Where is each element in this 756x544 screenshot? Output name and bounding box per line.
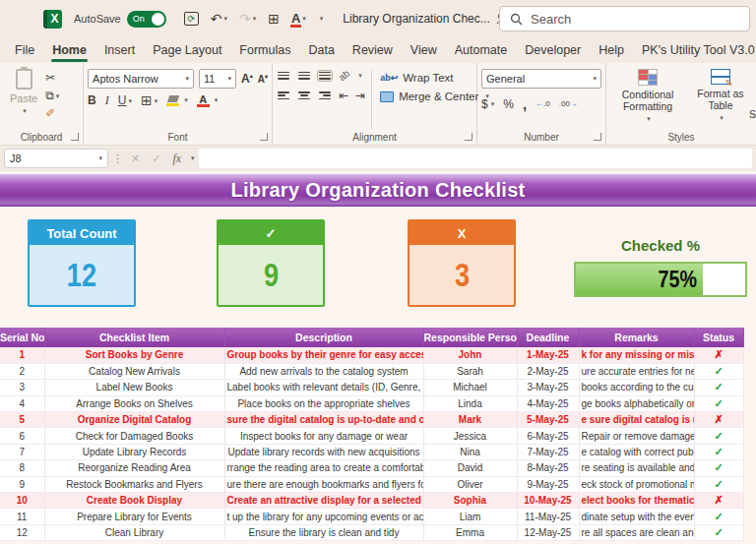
align-top-button[interactable] <box>277 71 290 81</box>
menu-tab-file[interactable]: File <box>6 39 43 62</box>
cell-description[interactable]: Create an attractive display for a selec… <box>224 493 423 509</box>
cell-person[interactable]: Nina <box>423 444 517 459</box>
menu-tab-pk-s-utility-tool-v3-0[interactable]: PK's Utility Tool V3.0 <box>633 39 756 62</box>
cut-button[interactable]: ✂ <box>45 72 59 84</box>
cell-person[interactable]: Liam <box>423 509 517 524</box>
cell-serial[interactable]: 5 <box>0 412 44 428</box>
decrease-indent-button[interactable]: ⇤ <box>339 90 348 101</box>
number-dialog-launcher[interactable] <box>594 133 601 141</box>
underline-button[interactable]: U▾ <box>118 94 132 106</box>
cell-person[interactable]: Linda <box>423 395 517 411</box>
cell-status[interactable]: ✗ <box>694 412 743 428</box>
format-as-table-button[interactable]: ✎ Format as Table ▾ <box>689 69 752 129</box>
cell-remarks[interactable]: elect books for thematic display <box>579 493 694 509</box>
percent-format-button[interactable]: % <box>503 97 514 111</box>
menu-tab-insert[interactable]: Insert <box>95 39 144 62</box>
cell-status[interactable]: ✗ <box>694 493 743 509</box>
cell-serial[interactable]: 6 <box>0 428 44 444</box>
menu-tab-review[interactable]: Review <box>344 39 402 62</box>
font-dialog-launcher[interactable] <box>260 133 268 141</box>
cell-deadline[interactable]: 8-May-25 <box>517 460 579 476</box>
cell-status[interactable]: ✓ <box>694 363 743 379</box>
cell-item[interactable]: Catalog New Arrivals <box>44 363 224 379</box>
cell-remarks[interactable]: ge books alphabetically or by cat <box>579 395 694 411</box>
cell-status[interactable]: ✗ <box>694 347 743 363</box>
cell-status[interactable]: ✓ <box>694 444 743 459</box>
align-bottom-button[interactable] <box>318 71 332 81</box>
cell-serial[interactable]: 12 <box>0 524 44 540</box>
cell-description[interactable]: Place books on the appropriate shelves <box>224 395 423 411</box>
cell-description[interactable]: Group books by their genre for easy acce… <box>224 347 423 363</box>
cell-item[interactable]: Create Book Display <box>44 493 224 509</box>
number-format-combo[interactable]: General▾ <box>481 69 601 89</box>
merge-center-button[interactable]: Merge & Center ▾ <box>380 91 489 102</box>
cell-person[interactable]: Emma <box>423 524 517 540</box>
cell-remarks[interactable]: books according to the current s <box>579 380 694 395</box>
cell-remarks[interactable]: k for any missing or misplaced b <box>579 347 694 363</box>
cell-remarks[interactable]: ure accurate entries for new arriv <box>579 363 694 379</box>
cell-deadline[interactable]: 9-May-25 <box>517 476 579 492</box>
cell-person[interactable]: Oliver <box>423 476 517 492</box>
shrink-font-button[interactable]: A▾ <box>258 73 268 85</box>
grow-font-button[interactable]: A▴ <box>241 72 253 86</box>
cell-remarks[interactable]: eck stock of promotional materia <box>579 476 694 492</box>
cell-deadline[interactable]: 10-May-25 <box>517 493 579 509</box>
cell-item[interactable]: Label New Books <box>44 380 224 395</box>
currency-format-button[interactable]: $ <box>481 97 488 111</box>
comma-format-button[interactable]: , <box>523 95 527 112</box>
cell-status[interactable]: ✓ <box>694 428 743 444</box>
cell-person[interactable]: John <box>423 347 517 363</box>
align-left-button[interactable] <box>277 91 290 100</box>
cell-serial[interactable]: 3 <box>0 380 44 395</box>
copy-button[interactable]: ⧉▾ <box>45 90 59 101</box>
cell-serial[interactable]: 9 <box>0 476 44 492</box>
cell-status[interactable]: ✓ <box>694 476 743 492</box>
cell-serial[interactable]: 11 <box>0 509 44 524</box>
cell-description[interactable]: Ensure the library is clean and tidy <box>224 524 423 540</box>
cell-remarks[interactable]: re all spaces are clean and sani <box>579 524 694 540</box>
cell-description[interactable]: t up the library for any upcoming events… <box>224 509 423 524</box>
cell-deadline[interactable]: 2-May-25 <box>517 363 579 379</box>
cell-deadline[interactable]: 5-May-25 <box>517 412 579 428</box>
font-size-combo[interactable]: 11▾ <box>199 69 236 89</box>
cell-description[interactable]: Inspect books for any damage or wear <box>224 428 423 444</box>
cell-item[interactable]: Reorganize Reading Area <box>44 460 224 476</box>
cell-status[interactable]: ✓ <box>694 460 743 476</box>
cell-item[interactable]: Restock Bookmarks and Flyers <box>44 476 224 492</box>
menu-tab-automate[interactable]: Automate <box>446 39 517 62</box>
cell-description[interactable]: rrange the reading area to create a comf… <box>224 460 423 476</box>
alignment-dialog-launcher[interactable] <box>465 133 472 141</box>
menu-tab-data[interactable]: Data <box>299 39 343 62</box>
redo-button[interactable]: ↷▾ <box>239 11 256 27</box>
cell-description[interactable]: ure there are enough bookmarks and flyer… <box>224 476 423 492</box>
borders-button[interactable]: ⊞ <box>268 11 280 27</box>
cell-deadline[interactable]: 3-May-25 <box>517 380 579 395</box>
cell-person[interactable]: Mark <box>423 412 517 428</box>
cell-description[interactable]: sure the digital catalog is up-to-date a… <box>224 412 423 428</box>
cell-remarks[interactable]: e catalog with correct publicatio <box>579 444 694 459</box>
cell-deadline[interactable]: 7-May-25 <box>517 444 579 459</box>
cell-person[interactable]: David <box>423 460 517 476</box>
font-color-button[interactable]: A ▾ <box>291 13 306 25</box>
cell-serial[interactable]: 7 <box>0 444 44 459</box>
cell-serial[interactable]: 8 <box>0 460 44 476</box>
cell-person[interactable]: Sophia <box>423 493 517 509</box>
cell-remarks[interactable]: Repair or remove damaged books <box>579 428 694 444</box>
format-painter-button[interactable]: ✐ <box>45 107 59 119</box>
cell-deadline[interactable]: 4-May-25 <box>517 395 579 411</box>
align-center-button[interactable] <box>297 91 311 100</box>
cell-remarks[interactable]: e sure digital catalog is user-frie <box>579 412 694 428</box>
col-header-description[interactable]: Description <box>224 328 423 347</box>
cell-item[interactable]: Clean Library <box>44 524 224 540</box>
cell-item[interactable]: Check for Damaged Books <box>44 428 224 444</box>
cell-status[interactable]: ✓ <box>694 380 743 395</box>
search-box[interactable]: Search <box>499 6 750 31</box>
cell-item[interactable]: Sort Books by Genre <box>44 347 224 363</box>
cell-description[interactable]: Update library records with new acquisit… <box>224 444 423 459</box>
cell-status[interactable]: ✓ <box>694 524 743 540</box>
cell-serial[interactable]: 4 <box>0 395 44 411</box>
col-header-serial-no-[interactable]: Serial No. <box>0 328 44 347</box>
col-header-responsible-person[interactable]: Responsible Person <box>423 328 517 347</box>
cell-person[interactable]: Sarah <box>423 363 517 379</box>
autosave-toggle[interactable]: On <box>127 11 166 28</box>
